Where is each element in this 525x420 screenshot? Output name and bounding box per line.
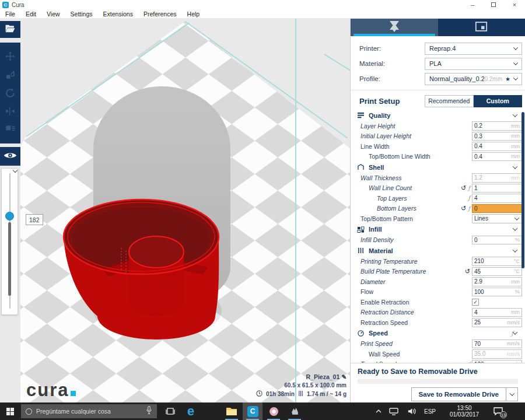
diameter-input[interactable]: 2.9mm [472,277,522,286]
open-file-button[interactable] [0,21,20,38]
section-speed[interactable]: Speedƒ [351,328,522,339]
setting-label: Top/Bottom Line Width [369,153,430,160]
windows-logo-icon [6,408,14,415]
save-options-dropdown[interactable] [506,387,518,401]
enable-retraction-checkbox[interactable]: ✓ [472,299,479,306]
tab-prepare[interactable] [351,19,438,36]
initial-layer-height-input[interactable]: 0.3mm [472,132,522,141]
printer-dropdown[interactable]: Reprap.4 [425,43,522,55]
infill-density-input[interactable]: 0% [472,236,522,245]
mirror-tool-icon[interactable] [5,106,16,117]
layer-slider-handle[interactable] [5,212,14,220]
menu-extensions[interactable]: Extensions [98,10,138,18]
section-shell[interactable]: Shell [351,162,522,173]
printing-temperature-input[interactable]: 210°C [472,257,522,266]
tray-expand-icon[interactable] [372,402,385,420]
divider [351,90,525,90]
reset-icon[interactable]: ↺ [461,205,466,212]
menu-help[interactable]: Help [182,10,205,18]
section-material[interactable]: Material [351,245,522,256]
viewport-3d[interactable]: R_Pieza_01 ✎ 60.5 x 61.5 x 100.0 mm 01h … [20,19,350,402]
setting-row-top-bottom-line-width: Top/Bottom Line Width0.4mm [351,152,522,162]
settings-scrollbar[interactable] [522,112,524,268]
rename-pencil-icon[interactable]: ✎ [341,373,346,380]
setting-row-retraction-speed: Retraction Speed25mm/s [351,317,522,328]
infill-section-icon [357,226,366,233]
start-button[interactable] [0,402,20,420]
menu-edit[interactable]: Edit [20,10,41,18]
wall-line-count-input[interactable]: 1 [472,184,522,193]
bottom-layers-input[interactable]: 0 [472,204,522,214]
setting-row-wall-line-count: Wall Line Count↺ƒ1 [351,183,522,194]
setting-row-build-plate-temperature: Build Plate Temperature↺45°C [351,267,522,277]
chevron-down-icon [513,75,518,80]
cura-taskbar-icon[interactable]: C [243,402,262,420]
setting-label: Top/Bottom Pattern [360,215,413,222]
formula-icon: ƒ [468,185,470,191]
microphone-icon[interactable] [146,405,152,417]
printer-label: Printer: [359,45,381,52]
formula-icon: ƒ [468,205,470,212]
menu-file[interactable]: File [0,10,20,18]
progress-bar [358,379,518,384]
maximize-button[interactable] [483,0,504,9]
retraction-speed-input[interactable]: 25mm/s [472,318,522,327]
view-mode-button[interactable] [0,147,20,166]
move-tool-icon[interactable] [5,51,16,62]
model-sliced-layers[interactable] [52,192,228,341]
clock[interactable]: 13:50 01/03/2017 [441,402,488,420]
cura-window: C Cura – × FileEditViewSettingsExtension… [0,0,525,420]
scale-tool-icon[interactable] [5,69,16,80]
eye-icon [4,151,17,162]
top-layers-input[interactable]: 4 [472,194,522,203]
volume-icon[interactable] [404,402,419,420]
edge-taskbar-icon[interactable]: e [181,402,201,420]
wall-thickness-input[interactable]: 1.2mm [472,173,522,183]
chevron-down-icon [513,247,517,252]
retraction-distance-input[interactable]: 4mm [472,308,522,317]
notification-badge: 13 [500,411,507,418]
menu-view[interactable]: View [41,10,65,18]
per-model-settings-icon[interactable] [5,124,16,135]
material-dropdown[interactable]: PLA [425,58,522,70]
setting-label: Wall Line Count [369,184,412,191]
line-width-input[interactable]: 0.4mm [472,142,522,151]
top-bottom-line-width-input[interactable]: 0.4mm [472,152,522,162]
task-view-button[interactable] [161,402,180,420]
tab-monitor[interactable] [438,19,525,36]
window-title: Cura [12,2,24,8]
build-plate-temperature-input[interactable]: 45°C [472,267,522,276]
app-icon-2[interactable] [285,402,304,420]
section-quality[interactable]: Quality [351,110,522,121]
print-speed-input[interactable]: 70mm/s [472,340,522,349]
menu-preferences[interactable]: Preferences [138,10,182,18]
rotate-tool-icon[interactable] [5,88,16,99]
recommended-button[interactable]: Recommended [425,95,474,107]
star-icon[interactable]: ★ [505,76,510,82]
save-to-removable-drive-button[interactable]: Save to Removable Drive [411,387,506,401]
print-monitor-icon [475,21,488,34]
reset-icon[interactable]: ↺ [465,268,470,275]
top-bottom-pattern-dropdown[interactable]: Lines [472,214,522,223]
menu-settings[interactable]: Settings [65,10,98,18]
action-center-icon[interactable]: 13 [490,402,506,420]
custom-button[interactable]: Custom [474,95,523,107]
app-icon-1[interactable] [264,402,284,420]
network-icon[interactable] [386,402,401,420]
setting-label: Layer Height [360,123,396,130]
wall-speed-input[interactable]: 35.0mm/s [472,349,522,359]
file-explorer-taskbar-icon[interactable] [222,402,242,420]
minimize-button[interactable]: – [462,0,483,9]
cortana-search[interactable]: Pregúntame cualquier cosa [21,404,157,418]
profile-dropdown[interactable]: Normal_quality_0.2 0.2mm ★ [425,73,522,85]
setting-label: Build Plate Temperature [360,268,426,275]
setting-row-enable-retraction: Enable Retraction✓ [351,297,522,307]
layer-slider[interactable] [1,168,18,315]
setting-row-bottom-layers: Bottom Layers↺ƒ0 [351,204,522,214]
close-button[interactable]: × [504,0,525,9]
flow-input[interactable]: 100% [472,288,522,297]
language-indicator[interactable]: ESP [420,402,440,420]
reset-icon[interactable]: ↺ [461,185,466,191]
layer-height-input[interactable]: 0.2mm [472,121,522,131]
section-infill[interactable]: Infill [351,224,522,235]
